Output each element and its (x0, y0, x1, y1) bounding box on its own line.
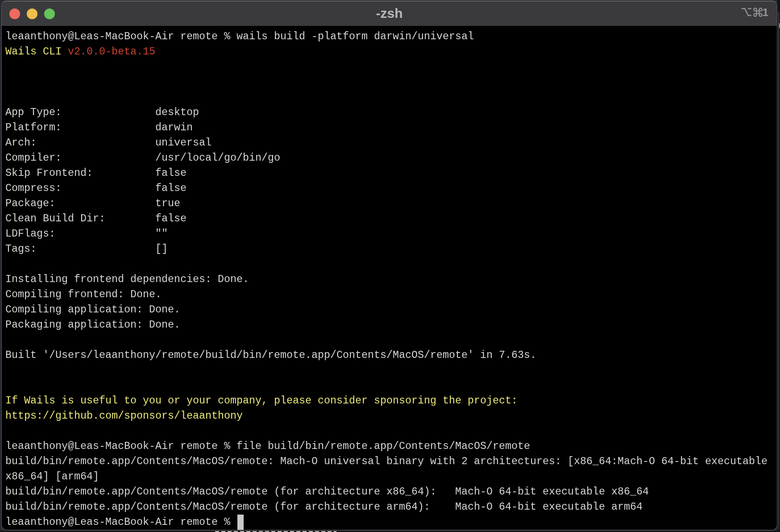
svg-text:1: 1 (763, 7, 769, 17)
